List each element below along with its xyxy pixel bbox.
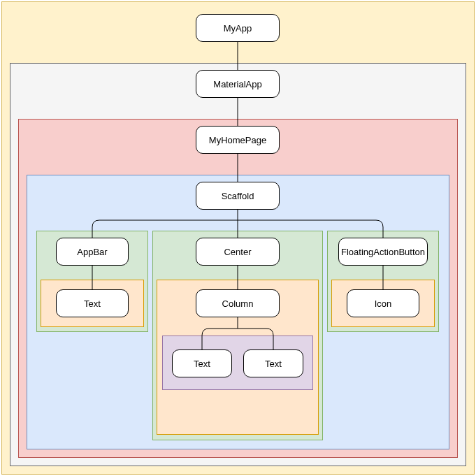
node-label: Center: [224, 247, 251, 257]
node-label: Scaffold: [222, 191, 254, 201]
node-label: Icon: [375, 298, 392, 309]
node-label: Text: [265, 359, 282, 369]
node-icon: Icon: [347, 289, 419, 317]
node-label: AppBar: [77, 247, 107, 257]
node-label: Text: [194, 359, 210, 369]
node-myapp: MyApp: [196, 14, 280, 42]
node-label: FloatingActionButton: [341, 247, 425, 257]
node-appbar-text: Text: [56, 289, 129, 317]
node-myhomepage: MyHomePage: [196, 126, 280, 154]
node-label: Text: [84, 298, 101, 309]
node-center: Center: [196, 238, 280, 266]
node-column-text2: Text: [243, 349, 303, 377]
node-column: Column: [196, 289, 280, 317]
node-label: MaterialApp: [213, 79, 261, 89]
node-label: MyHomePage: [209, 135, 266, 145]
node-column-text1: Text: [172, 349, 232, 377]
node-materialapp: MaterialApp: [196, 70, 280, 98]
node-label: MyApp: [224, 23, 252, 34]
node-scaffold: Scaffold: [196, 182, 280, 210]
node-label: Column: [222, 298, 254, 309]
node-fab: FloatingActionButton: [338, 238, 428, 266]
node-appbar: AppBar: [56, 238, 129, 266]
